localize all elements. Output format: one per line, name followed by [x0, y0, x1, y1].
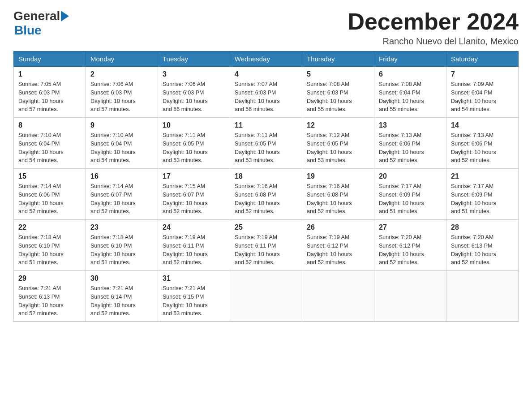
calendar-day-cell: 11Sunrise: 7:11 AMSunset: 6:05 PMDayligh…	[230, 118, 302, 169]
day-info: Sunrise: 7:13 AMSunset: 6:06 PMDaylight:…	[379, 131, 442, 165]
day-number: 25	[235, 223, 297, 231]
location-subtitle: Rancho Nuevo del Llanito, Mexico	[348, 36, 519, 47]
calendar-day-cell: 5Sunrise: 7:08 AMSunset: 6:03 PMDaylight…	[302, 67, 374, 118]
title-section: December 2024 Rancho Nuevo del Llanito, …	[348, 9, 519, 47]
calendar-day-cell: 27Sunrise: 7:20 AMSunset: 6:12 PMDayligh…	[374, 220, 446, 271]
day-number: 28	[451, 223, 514, 231]
calendar-day-cell	[446, 271, 519, 322]
day-info: Sunrise: 7:19 AMSunset: 6:11 PMDaylight:…	[235, 233, 297, 267]
day-number: 30	[90, 274, 153, 283]
day-info: Sunrise: 7:10 AMSunset: 6:04 PMDaylight:…	[90, 131, 153, 165]
calendar-day-cell: 22Sunrise: 7:18 AMSunset: 6:10 PMDayligh…	[14, 220, 86, 271]
calendar-day-cell: 1Sunrise: 7:05 AMSunset: 6:03 PMDaylight…	[14, 67, 86, 118]
day-number: 18	[235, 172, 297, 180]
day-number: 8	[18, 121, 81, 129]
day-number: 2	[90, 70, 153, 78]
calendar-day-cell: 17Sunrise: 7:15 AMSunset: 6:07 PMDayligh…	[158, 169, 230, 220]
day-number: 4	[235, 70, 297, 78]
day-number: 26	[307, 223, 369, 231]
calendar-day-cell: 12Sunrise: 7:12 AMSunset: 6:05 PMDayligh…	[302, 118, 374, 169]
day-number: 19	[307, 172, 369, 180]
calendar-day-cell: 6Sunrise: 7:08 AMSunset: 6:04 PMDaylight…	[374, 67, 446, 118]
calendar-day-cell: 3Sunrise: 7:06 AMSunset: 6:03 PMDaylight…	[158, 67, 230, 118]
day-info: Sunrise: 7:21 AMSunset: 6:13 PMDaylight:…	[18, 284, 81, 318]
day-number: 23	[90, 223, 153, 231]
day-number: 11	[235, 121, 297, 129]
day-number: 14	[451, 121, 514, 129]
logo-general-text: General	[13, 9, 60, 23]
day-info: Sunrise: 7:18 AMSunset: 6:10 PMDaylight:…	[90, 233, 153, 267]
day-info: Sunrise: 7:09 AMSunset: 6:04 PMDaylight:…	[451, 80, 514, 114]
calendar-day-cell: 9Sunrise: 7:10 AMSunset: 6:04 PMDaylight…	[86, 118, 158, 169]
calendar-day-cell: 29Sunrise: 7:21 AMSunset: 6:13 PMDayligh…	[14, 271, 86, 322]
day-number: 1	[18, 70, 81, 78]
day-info: Sunrise: 7:13 AMSunset: 6:06 PMDaylight:…	[451, 131, 514, 165]
day-number: 29	[18, 274, 81, 283]
day-number: 9	[90, 121, 153, 129]
day-info: Sunrise: 7:10 AMSunset: 6:04 PMDaylight:…	[18, 131, 81, 165]
day-number: 15	[18, 172, 81, 180]
weekday-header-wednesday: Wednesday	[230, 51, 302, 67]
day-info: Sunrise: 7:14 AMSunset: 6:07 PMDaylight:…	[90, 182, 153, 216]
weekday-header-saturday: Saturday	[446, 51, 519, 67]
logo-blue-text: Blue	[14, 23, 42, 38]
calendar-day-cell: 21Sunrise: 7:17 AMSunset: 6:09 PMDayligh…	[446, 169, 519, 220]
weekday-header-friday: Friday	[374, 51, 446, 67]
calendar-day-cell: 30Sunrise: 7:21 AMSunset: 6:14 PMDayligh…	[86, 271, 158, 322]
day-number: 21	[451, 172, 514, 180]
day-info: Sunrise: 7:14 AMSunset: 6:06 PMDaylight:…	[18, 182, 81, 216]
day-info: Sunrise: 7:21 AMSunset: 6:15 PMDaylight:…	[163, 284, 225, 318]
day-info: Sunrise: 7:11 AMSunset: 6:05 PMDaylight:…	[163, 131, 225, 165]
calendar-day-cell	[302, 271, 374, 322]
weekday-header-row: SundayMondayTuesdayWednesdayThursdayFrid…	[14, 51, 519, 67]
calendar-day-cell: 2Sunrise: 7:06 AMSunset: 6:03 PMDaylight…	[86, 67, 158, 118]
calendar-day-cell: 23Sunrise: 7:18 AMSunset: 6:10 PMDayligh…	[86, 220, 158, 271]
calendar-week-row: 8Sunrise: 7:10 AMSunset: 6:04 PMDaylight…	[14, 118, 519, 169]
day-number: 31	[163, 274, 225, 283]
weekday-header-sunday: Sunday	[14, 51, 86, 67]
calendar-day-cell: 20Sunrise: 7:17 AMSunset: 6:09 PMDayligh…	[374, 169, 446, 220]
day-info: Sunrise: 7:20 AMSunset: 6:13 PMDaylight:…	[451, 233, 514, 267]
calendar-day-cell	[374, 271, 446, 322]
calendar-day-cell: 14Sunrise: 7:13 AMSunset: 6:06 PMDayligh…	[446, 118, 519, 169]
calendar-day-cell: 19Sunrise: 7:16 AMSunset: 6:08 PMDayligh…	[302, 169, 374, 220]
svg-marker-0	[61, 11, 69, 21]
calendar-day-cell: 10Sunrise: 7:11 AMSunset: 6:05 PMDayligh…	[158, 118, 230, 169]
calendar-day-cell: 4Sunrise: 7:07 AMSunset: 6:03 PMDaylight…	[230, 67, 302, 118]
day-info: Sunrise: 7:17 AMSunset: 6:09 PMDaylight:…	[379, 182, 442, 216]
day-number: 3	[163, 70, 225, 78]
day-number: 7	[451, 70, 514, 78]
day-info: Sunrise: 7:05 AMSunset: 6:03 PMDaylight:…	[18, 80, 81, 114]
weekday-header-tuesday: Tuesday	[158, 51, 230, 67]
day-info: Sunrise: 7:11 AMSunset: 6:05 PMDaylight:…	[235, 131, 297, 165]
day-info: Sunrise: 7:06 AMSunset: 6:03 PMDaylight:…	[90, 80, 153, 114]
day-info: Sunrise: 7:18 AMSunset: 6:10 PMDaylight:…	[18, 233, 81, 267]
calendar-day-cell: 16Sunrise: 7:14 AMSunset: 6:07 PMDayligh…	[86, 169, 158, 220]
calendar-week-row: 1Sunrise: 7:05 AMSunset: 6:03 PMDaylight…	[14, 67, 519, 118]
calendar-day-cell: 28Sunrise: 7:20 AMSunset: 6:13 PMDayligh…	[446, 220, 519, 271]
logo: General Blue	[13, 9, 70, 38]
day-info: Sunrise: 7:07 AMSunset: 6:03 PMDaylight:…	[235, 80, 297, 114]
day-info: Sunrise: 7:20 AMSunset: 6:12 PMDaylight:…	[379, 233, 442, 267]
calendar-day-cell: 25Sunrise: 7:19 AMSunset: 6:11 PMDayligh…	[230, 220, 302, 271]
day-info: Sunrise: 7:21 AMSunset: 6:14 PMDaylight:…	[90, 284, 153, 318]
day-info: Sunrise: 7:08 AMSunset: 6:04 PMDaylight:…	[379, 80, 442, 114]
calendar-day-cell: 7Sunrise: 7:09 AMSunset: 6:04 PMDaylight…	[446, 67, 519, 118]
calendar-day-cell: 13Sunrise: 7:13 AMSunset: 6:06 PMDayligh…	[374, 118, 446, 169]
calendar-week-row: 15Sunrise: 7:14 AMSunset: 6:06 PMDayligh…	[14, 169, 519, 220]
weekday-header-thursday: Thursday	[302, 51, 374, 67]
day-number: 10	[163, 121, 225, 129]
calendar-day-cell: 26Sunrise: 7:19 AMSunset: 6:12 PMDayligh…	[302, 220, 374, 271]
day-info: Sunrise: 7:06 AMSunset: 6:03 PMDaylight:…	[163, 80, 225, 114]
day-info: Sunrise: 7:08 AMSunset: 6:03 PMDaylight:…	[307, 80, 369, 114]
day-info: Sunrise: 7:12 AMSunset: 6:05 PMDaylight:…	[307, 131, 369, 165]
day-number: 24	[163, 223, 225, 231]
day-info: Sunrise: 7:17 AMSunset: 6:09 PMDaylight:…	[451, 182, 514, 216]
day-number: 20	[379, 172, 442, 180]
day-number: 6	[379, 70, 442, 78]
day-info: Sunrise: 7:19 AMSunset: 6:12 PMDaylight:…	[307, 233, 369, 267]
day-number: 13	[379, 121, 442, 129]
calendar-table: SundayMondayTuesdayWednesdayThursdayFrid…	[13, 51, 519, 322]
month-title: December 2024	[348, 9, 519, 34]
calendar-day-cell: 24Sunrise: 7:19 AMSunset: 6:11 PMDayligh…	[158, 220, 230, 271]
